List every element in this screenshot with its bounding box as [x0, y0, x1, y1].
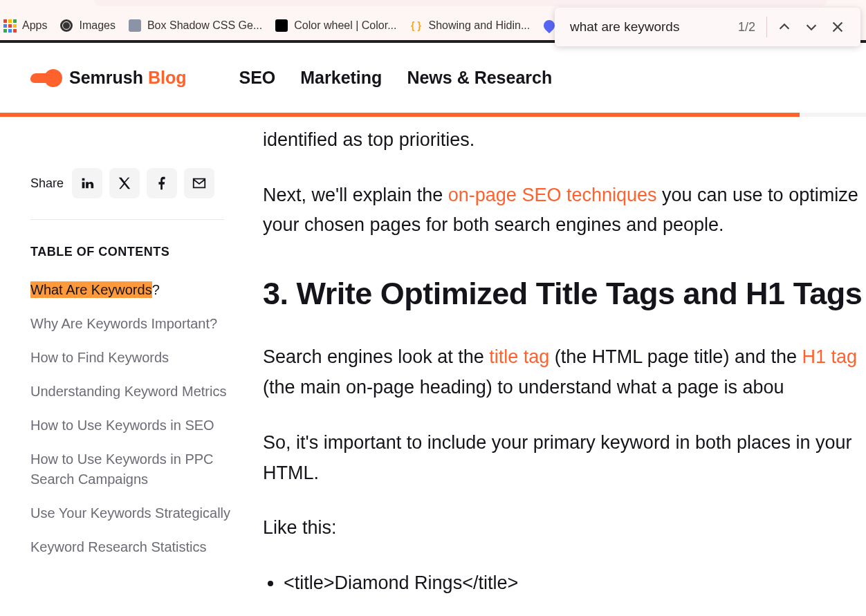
nav-seo[interactable]: SEO [239, 68, 275, 88]
bookmark-label: Box Shadow CSS Ge... [147, 19, 262, 32]
nav-marketing[interactable]: Marketing [300, 68, 382, 88]
toc-item[interactable]: How to Find Keywords [30, 348, 238, 368]
share-facebook-button[interactable] [147, 168, 177, 198]
find-match-count: 1/2 [738, 20, 755, 35]
link-on-page-seo[interactable]: on-page SEO techniques [448, 185, 657, 205]
semrush-fire-icon [30, 67, 62, 89]
bookmark-apps[interactable]: Apps [3, 19, 47, 32]
facebook-icon [154, 176, 169, 191]
apps-grid-icon [3, 19, 17, 32]
link-h1-tag[interactable]: H1 tag [802, 346, 857, 367]
toc-item[interactable]: How to Use Keywords in SEO [30, 416, 238, 436]
list-item: <title>Diamond Rings</title> [284, 568, 866, 599]
toc-list: What Are Keywords? Why Are Keywords Impo… [30, 280, 238, 557]
bookmark-label: Showing and Hidin... [428, 19, 530, 32]
find-prev-button[interactable] [771, 13, 798, 41]
brand-blog: Blog [148, 68, 187, 87]
code-example-list: <title>Diamond Rings</title> <h1>Diamond… [263, 568, 866, 616]
share-email-button[interactable] [184, 168, 214, 198]
toc-item[interactable]: How to Use Keywords in PPC Search Campai… [30, 449, 238, 489]
brand-name: Semrush [69, 68, 148, 87]
bookmark-images[interactable]: Images [59, 19, 115, 32]
article-body: identified as top priorities. Next, we'l… [238, 125, 866, 616]
chevron-down-icon [804, 19, 819, 35]
toc-item[interactable]: Understanding Keyword Metrics [30, 382, 238, 402]
chevron-up-icon [777, 19, 792, 35]
toc-item[interactable]: Why Are Keywords Important? [30, 314, 238, 334]
paragraph: identified as top priorities. [263, 125, 866, 156]
reading-progress-fill [0, 113, 800, 117]
toc-item[interactable]: Keyword Research Statistics [30, 537, 238, 557]
x-icon [117, 176, 132, 191]
share-label: Share [30, 176, 64, 191]
divider [30, 219, 224, 220]
mail-icon [192, 176, 207, 191]
find-input[interactable] [570, 19, 734, 35]
favicon-icon [128, 19, 142, 32]
brand-logo[interactable]: Semrush Blog [30, 67, 186, 89]
list-item: <h1>Diamond Rings</h1> [284, 611, 866, 616]
share-x-button[interactable] [109, 168, 140, 198]
brace-icon: { } [409, 19, 423, 32]
text: Search engines look at the [263, 346, 489, 367]
site-header: Semrush Blog SEO Marketing News & Resear… [0, 43, 866, 113]
find-next-button[interactable] [798, 13, 824, 41]
paragraph: Like this: [263, 513, 866, 543]
close-icon [830, 19, 845, 35]
omnibox-edge [94, 0, 827, 6]
search-highlight: What Are Keywords [30, 281, 152, 298]
bookmark-label: Images [79, 19, 115, 32]
text: (the HTML page title) and the [549, 346, 802, 367]
linkedin-icon [80, 176, 95, 191]
bookmark-color-wheel[interactable]: Color wheel | Color... [275, 19, 396, 32]
text: Next, we'll explain the [263, 185, 448, 205]
paragraph: So, it's important to include your prima… [263, 428, 866, 488]
brand-text: Semrush Blog [69, 68, 186, 88]
toc-item-what-are-keywords[interactable]: What Are Keywords? [30, 280, 238, 300]
bookmark-label: Color wheel | Color... [294, 19, 396, 32]
section-heading: 3. Write Optimized Title Tags and H1 Tag… [263, 275, 866, 312]
favicon-icon [275, 19, 288, 32]
nav-news[interactable]: News & Research [407, 68, 552, 88]
toc-item-suffix: ? [152, 282, 160, 297]
sidebar: Share TABLE OF CONTENTS What Are Key [30, 125, 238, 616]
find-in-page-bar: 1/2 [555, 8, 860, 46]
globe-icon [59, 19, 73, 32]
share-row: Share [30, 168, 238, 198]
reading-progress-track [0, 113, 866, 117]
toc-title: TABLE OF CONTENTS [30, 245, 238, 259]
bookmark-label: Apps [22, 19, 47, 32]
share-linkedin-button[interactable] [72, 168, 102, 198]
find-close-button[interactable] [824, 13, 851, 41]
separator [766, 17, 767, 37]
primary-nav: SEO Marketing News & Research [239, 68, 552, 88]
paragraph: Search engines look at the title tag (th… [263, 342, 866, 402]
text: (the main on-page heading) to understand… [263, 377, 784, 398]
bookmark-box-shadow[interactable]: Box Shadow CSS Ge... [128, 19, 262, 32]
paragraph: Next, we'll explain the on-page SEO tech… [263, 180, 866, 241]
link-title-tag[interactable]: title tag [489, 346, 549, 367]
bookmark-showing-hiding[interactable]: { } Showing and Hidin... [409, 19, 530, 32]
toc-item[interactable]: Use Your Keywords Strategically [30, 503, 238, 523]
